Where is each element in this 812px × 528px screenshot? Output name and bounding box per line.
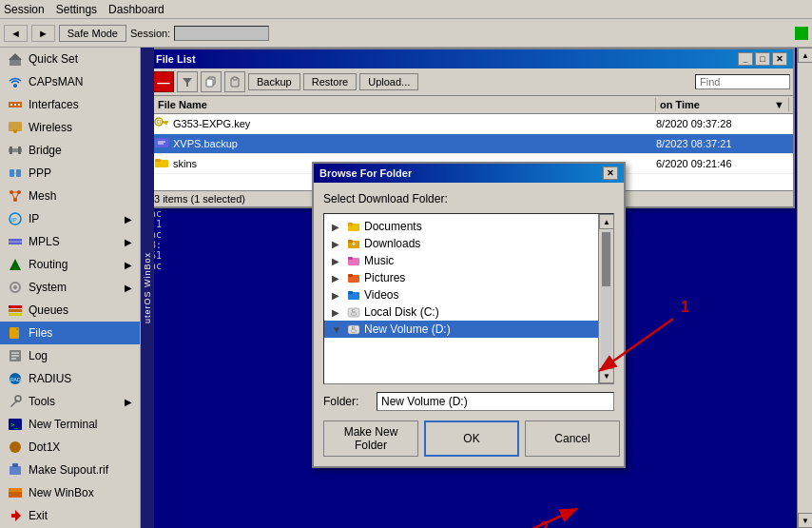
safe-mode-button[interactable]: Safe Mode xyxy=(59,25,126,42)
tree-item-downloads[interactable]: ▶ Downloads xyxy=(324,235,598,252)
file-list-minimize-button[interactable]: _ xyxy=(738,52,753,66)
sidebar-item-bridge[interactable]: Bridge xyxy=(0,139,140,162)
file-name: XVPS.backup xyxy=(173,138,652,149)
col-header-name[interactable]: File Name xyxy=(154,98,656,111)
cancel-button[interactable]: Cancel xyxy=(525,420,620,457)
dot1x-icon xyxy=(8,440,23,455)
menu-session[interactable]: Session xyxy=(4,3,45,16)
scroll-up-arrow[interactable]: ▲ xyxy=(599,214,614,229)
svg-point-42 xyxy=(10,441,21,453)
backup-button[interactable]: Backup xyxy=(248,73,300,90)
sidebar-item-dot1x[interactable]: Dot1X xyxy=(0,436,140,459)
wifi-icon xyxy=(8,120,23,135)
scroll-thumb[interactable] xyxy=(602,232,610,286)
sidebar-item-log[interactable]: Log xyxy=(0,344,140,367)
browse-body: Select Download Folder: ▶ Documents ▶ xyxy=(314,183,624,466)
make-new-folder-button[interactable]: Make New Folder xyxy=(323,420,418,457)
sidebar-item-tools[interactable]: Tools ▶ xyxy=(0,390,140,413)
sidebar-item-new-terminal[interactable]: >_ New Terminal xyxy=(0,413,140,436)
filter-button[interactable] xyxy=(177,71,198,92)
tree-item-videos[interactable]: ▶ Videos xyxy=(324,286,598,303)
sidebar-item-make-supout[interactable]: Make Supout.rif xyxy=(0,459,140,481)
session-label: Session: xyxy=(130,28,170,39)
sidebar-item-ppp[interactable]: PPP xyxy=(0,162,140,185)
sidebar-item-ip[interactable]: IP IP ▶ xyxy=(0,207,140,230)
file-list-maximize-button[interactable]: □ xyxy=(755,52,770,66)
svg-rect-49 xyxy=(206,79,213,87)
paste-button[interactable] xyxy=(224,71,245,92)
svg-point-27 xyxy=(13,285,17,289)
col-header-time[interactable]: on Time ▼ xyxy=(656,98,789,111)
svg-text:C:: C: xyxy=(352,308,356,313)
svg-point-2 xyxy=(13,84,17,88)
menu-settings[interactable]: Settings xyxy=(56,3,97,16)
tree-label-music: Music xyxy=(364,254,394,267)
svg-line-20 xyxy=(15,192,19,200)
tree-item-local-disk-c[interactable]: ▶ C: Local Disk (C:) xyxy=(324,303,598,321)
svg-marker-25 xyxy=(10,259,21,270)
upload-button[interactable]: Upload... xyxy=(359,73,418,90)
sidebar-label-radius: RADIUS xyxy=(29,372,71,385)
tree-item-documents[interactable]: ▶ Documents xyxy=(324,218,598,235)
folder-videos-icon xyxy=(347,289,360,301)
file-list-toolbar: — Backup Restore Upload... xyxy=(150,68,793,96)
sidebar-label-wireless: Wireless xyxy=(29,121,72,134)
sidebar-item-system[interactable]: System ▶ xyxy=(0,276,140,299)
sidebar-item-capsman[interactable]: CAPsMAN xyxy=(0,70,140,93)
session-input[interactable] xyxy=(174,26,269,41)
sidebar-label-tools: Tools xyxy=(29,395,55,408)
svg-point-39 xyxy=(15,396,21,401)
sidebar-label-system: System xyxy=(29,281,67,294)
delete-button[interactable]: — xyxy=(153,71,174,92)
sidebar-item-interfaces[interactable]: Interfaces xyxy=(0,93,140,116)
sidebar-label-capsman: CAPsMAN xyxy=(29,75,83,88)
find-input[interactable] xyxy=(695,74,790,89)
browse-title: Browse For Folder xyxy=(319,167,412,179)
tree-item-new-volume-d[interactable]: ▼ D: New Volume (D:) xyxy=(324,321,598,338)
sidebar-item-mesh[interactable]: Mesh xyxy=(0,185,140,207)
svg-rect-4 xyxy=(10,104,12,106)
tree-expand-pictures: ▶ xyxy=(332,273,343,284)
scroll-down-arrow[interactable]: ▼ xyxy=(599,368,614,383)
restore-button[interactable]: Restore xyxy=(303,73,358,90)
ok-button[interactable]: OK xyxy=(424,420,519,457)
sidebar-item-routing[interactable]: Routing ▶ xyxy=(0,253,140,276)
mpls-icon xyxy=(8,234,23,249)
svg-point-8 xyxy=(13,129,17,133)
tree-item-music[interactable]: ▶ Music xyxy=(324,252,598,269)
file-list-close-button[interactable]: ✕ xyxy=(772,52,787,66)
file-row[interactable]: G353-EXPG.key 8/2020 09:37:28 xyxy=(150,114,793,134)
folder-value-input[interactable] xyxy=(377,392,614,411)
sidebar-item-queues[interactable]: Queues xyxy=(0,299,140,322)
wireless-icon xyxy=(8,74,23,89)
content-scroll-down[interactable]: ▼ xyxy=(798,513,812,528)
content-scroll-up[interactable]: ▲ xyxy=(798,48,812,63)
svg-rect-51 xyxy=(233,77,237,80)
content-scroll-track xyxy=(798,63,812,513)
copy-button[interactable] xyxy=(201,71,222,92)
back-button[interactable]: ◄ xyxy=(4,25,28,42)
svg-rect-67 xyxy=(348,257,353,260)
forward-button[interactable]: ► xyxy=(31,25,55,42)
menu-dashboard[interactable]: Dashboard xyxy=(108,3,164,16)
sidebar-item-wireless[interactable]: Wireless xyxy=(0,116,140,139)
main-layout: Quick Set CAPsMAN Interfaces Wireless xyxy=(0,48,812,528)
file-row[interactable]: XVPS.backup 8/2023 08:37:21 xyxy=(150,134,793,154)
tree-item-pictures[interactable]: ▶ Pictures xyxy=(324,269,598,286)
routing-expand: ▶ xyxy=(125,260,132,270)
sidebar-label-queues: Queues xyxy=(29,303,68,317)
svg-line-19 xyxy=(11,192,15,200)
folder-dl-icon xyxy=(347,238,360,249)
terminal-icon: >_ xyxy=(8,417,23,432)
menu-bar: Session Settings Dashboard xyxy=(0,0,812,19)
file-name: G353-EXPG.key xyxy=(173,118,652,129)
file-list-header: File Name on Time ▼ xyxy=(150,96,793,114)
sidebar-item-exit[interactable]: Exit xyxy=(0,504,140,527)
sidebar-item-quick-set[interactable]: Quick Set xyxy=(0,48,140,70)
sidebar-item-files[interactable]: Files xyxy=(0,322,140,344)
sidebar-item-mpls[interactable]: MPLS ▶ xyxy=(0,230,140,253)
svg-rect-65 xyxy=(348,240,353,243)
browse-close-button[interactable]: ✕ xyxy=(603,166,618,180)
sidebar-item-new-winbox[interactable]: New WinBox xyxy=(0,481,140,504)
sidebar-item-radius[interactable]: RAD RADIUS xyxy=(0,367,140,390)
